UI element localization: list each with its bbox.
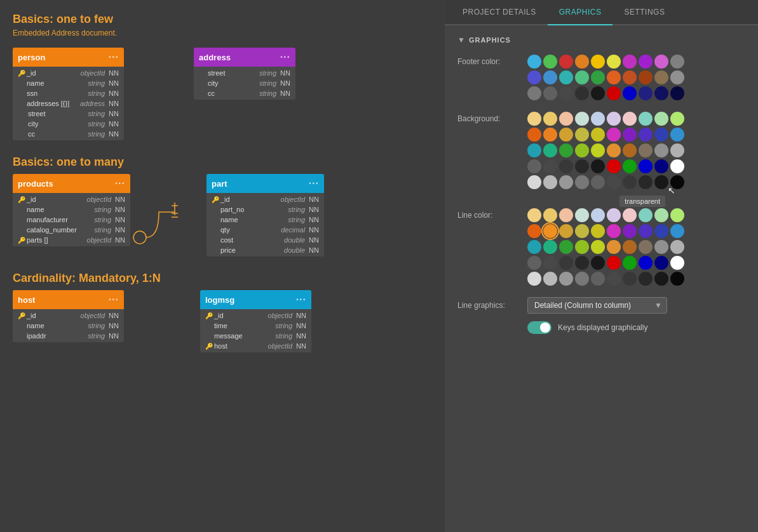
footer-color-swatch[interactable] (654, 55, 668, 69)
table-part-menu[interactable]: ··· (309, 178, 319, 189)
line-color-swatch[interactable] (527, 224, 541, 238)
background-color-swatch[interactable] (591, 175, 605, 189)
footer-color-swatch[interactable] (670, 55, 684, 69)
footer-color-swatch[interactable] (670, 70, 684, 84)
footer-color-swatch[interactable] (559, 55, 573, 69)
line-color-swatch[interactable] (654, 208, 668, 222)
line-color-swatch[interactable] (559, 256, 573, 270)
background-color-swatch[interactable] (607, 112, 621, 126)
line-color-swatch[interactable] (607, 272, 621, 286)
footer-color-swatch[interactable] (591, 55, 605, 69)
background-color-swatch[interactable] (654, 175, 668, 189)
background-color-swatch[interactable] (543, 175, 557, 189)
footer-color-swatch[interactable] (575, 86, 589, 100)
background-color-swatch[interactable] (559, 112, 573, 126)
line-color-swatch[interactable] (639, 208, 653, 222)
line-color-swatch[interactable] (607, 208, 621, 222)
footer-color-swatch[interactable] (670, 86, 684, 100)
tab-settings[interactable]: SETTINGS (612, 0, 676, 25)
background-color-swatch[interactable] (559, 159, 573, 173)
line-color-swatch[interactable] (527, 256, 541, 270)
footer-color-swatch[interactable] (654, 86, 668, 100)
keys-toggle[interactable] (527, 321, 552, 334)
background-color-swatch[interactable] (623, 175, 637, 189)
footer-color-swatch[interactable] (607, 55, 621, 69)
background-color-swatch[interactable] (591, 143, 605, 157)
background-color-swatch[interactable] (607, 159, 621, 173)
background-color-swatch[interactable] (639, 143, 653, 157)
line-color-swatch[interactable] (543, 224, 557, 238)
footer-color-swatch[interactable] (559, 86, 573, 100)
background-color-swatch[interactable] (654, 143, 668, 157)
background-color-swatch[interactable] (591, 128, 605, 142)
background-color-swatch[interactable] (639, 175, 653, 189)
table-person-menu[interactable]: ··· (109, 51, 119, 63)
line-color-swatch[interactable] (607, 224, 621, 238)
line-color-swatch[interactable] (591, 272, 605, 286)
line-color-swatch[interactable] (607, 240, 621, 254)
background-color-swatch[interactable] (623, 159, 637, 173)
background-color-swatch[interactable] (527, 143, 541, 157)
background-color-swatch[interactable] (543, 128, 557, 142)
line-color-swatch[interactable] (639, 272, 653, 286)
line-color-swatch[interactable] (527, 272, 541, 286)
background-color-swatch[interactable] (527, 159, 541, 173)
background-color-swatch[interactable] (670, 112, 684, 126)
line-color-swatch[interactable] (670, 208, 684, 222)
line-color-swatch[interactable] (543, 256, 557, 270)
footer-color-swatch[interactable] (543, 70, 557, 84)
footer-color-swatch[interactable] (543, 86, 557, 100)
background-color-swatch[interactable] (543, 159, 557, 173)
line-color-swatch[interactable] (559, 224, 573, 238)
tab-project-details[interactable]: PROJECT DETAILS (451, 0, 548, 25)
line-color-swatch[interactable] (591, 224, 605, 238)
line-color-swatch[interactable] (527, 240, 541, 254)
background-color-swatch[interactable] (639, 159, 653, 173)
footer-color-swatch[interactable] (527, 86, 541, 100)
line-graphics-select[interactable]: Detailed (Column to column) (527, 297, 667, 314)
background-color-swatch[interactable] (670, 159, 684, 173)
line-color-swatch[interactable] (559, 272, 573, 286)
footer-color-swatch[interactable] (591, 86, 605, 100)
line-color-swatch[interactable] (623, 208, 637, 222)
background-color-swatch[interactable] (607, 128, 621, 142)
background-color-swatch[interactable] (670, 175, 684, 189)
line-color-swatch[interactable] (559, 240, 573, 254)
footer-color-swatch[interactable] (575, 55, 589, 69)
tab-graphics[interactable]: GRAPHICS (548, 0, 613, 25)
line-color-swatch[interactable] (591, 208, 605, 222)
background-color-swatch[interactable] (543, 143, 557, 157)
line-color-swatch[interactable] (527, 208, 541, 222)
line-color-swatch[interactable] (670, 240, 684, 254)
footer-color-swatch[interactable] (527, 55, 541, 69)
line-color-swatch[interactable] (543, 208, 557, 222)
footer-color-swatch[interactable] (575, 70, 589, 84)
background-color-swatch[interactable] (559, 143, 573, 157)
line-color-swatch[interactable] (575, 224, 589, 238)
background-color-swatch[interactable] (527, 175, 541, 189)
table-logmsg-menu[interactable]: ··· (296, 294, 306, 305)
line-color-swatch[interactable] (639, 256, 653, 270)
footer-color-swatch[interactable] (623, 55, 637, 69)
footer-color-swatch[interactable] (623, 86, 637, 100)
line-color-swatch[interactable] (623, 256, 637, 270)
background-color-swatch[interactable] (670, 128, 684, 142)
background-color-swatch[interactable] (654, 159, 668, 173)
background-color-swatch[interactable] (591, 159, 605, 173)
line-color-swatch[interactable] (670, 272, 684, 286)
background-color-swatch[interactable] (639, 128, 653, 142)
line-color-swatch[interactable] (543, 272, 557, 286)
line-color-swatch[interactable] (575, 208, 589, 222)
footer-color-swatch[interactable] (607, 70, 621, 84)
background-color-swatch[interactable] (670, 143, 684, 157)
footer-color-swatch[interactable] (559, 70, 573, 84)
line-color-swatch[interactable] (654, 224, 668, 238)
background-color-swatch[interactable] (575, 175, 589, 189)
line-color-swatch[interactable] (623, 240, 637, 254)
background-color-swatch[interactable] (575, 159, 589, 173)
table-host-menu[interactable]: ··· (109, 294, 119, 305)
footer-color-swatch[interactable] (639, 55, 653, 69)
footer-color-swatch[interactable] (639, 86, 653, 100)
line-color-swatch[interactable] (670, 256, 684, 270)
background-color-swatch[interactable] (623, 143, 637, 157)
